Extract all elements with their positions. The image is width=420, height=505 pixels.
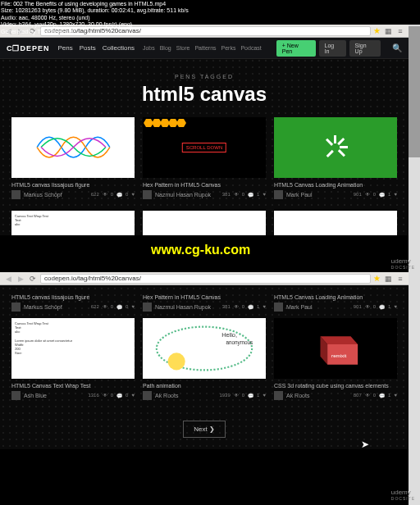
page-content: HTML5 canvas lissajous figure Markus Sch…: [0, 285, 409, 449]
pen-meta: Markus Schöpf622👁0💬0♥: [11, 190, 135, 199]
mouse-cursor: ➤: [361, 439, 369, 450]
pen-title: HTML5 canvas lissajous figure: [11, 290, 135, 303]
author-name[interactable]: Markus Schöpf: [24, 192, 88, 198]
avatar: [143, 190, 152, 199]
pen-thumbnail: Hello,anonymous: [143, 318, 266, 379]
nav-pens[interactable]: Pens: [58, 44, 73, 52]
nav-store[interactable]: Store: [176, 45, 190, 51]
login-button[interactable]: Log In: [319, 40, 346, 57]
browser-toolbar: ◀ ▶ ⟳ codepen.io/tag/html5%20canvas/ ★ ▦…: [0, 272, 409, 285]
pen-thumbnail[interactable]: [274, 211, 397, 235]
watermark: www.cg-ku.com: [151, 243, 250, 257]
bookmark-icon[interactable]: ★: [373, 274, 381, 283]
back-button[interactable]: ◀: [3, 274, 13, 284]
pen-grid: Canvas Text Wrap TestText:abcLorem ipsum…: [0, 318, 409, 412]
reload-button[interactable]: ⟳: [28, 274, 38, 284]
pagination: Next ❯: [0, 412, 409, 449]
author-name[interactable]: Nazmul Hasan Rupok: [155, 192, 219, 198]
pen-card[interactable]: Hex Pattern in HTML5 Canvas Nazmul Hasan…: [143, 290, 266, 312]
udemy-badge: udemyDOCSITE: [391, 489, 415, 501]
nav-podcast[interactable]: Podcast: [240, 45, 261, 51]
nav-collections[interactable]: Collections: [103, 44, 135, 52]
pen-meta: Nazmul Hasan Rupok381👁0💬1♥: [143, 190, 266, 199]
pen-title: Path animation: [143, 379, 266, 391]
pen-title: CSS 3d rotating cube using canvas elemen…: [274, 379, 397, 391]
pen-thumbnail: Canvas Text Wrap TestText:abcLorem ipsum…: [11, 318, 135, 379]
svg-text:remixit: remixit: [331, 353, 346, 358]
pen-card[interactable]: SCROLL DOWN Hex Pattern in HTML5 Canvas …: [143, 117, 266, 199]
file-metadata: File: 002 The Benefits of using developi…: [0, 0, 189, 36]
pen-grid: HTML5 canvas lissajous figure Markus Sch…: [0, 117, 409, 211]
pen-thumbnail[interactable]: [143, 211, 266, 235]
nav-jobs[interactable]: Jobs: [143, 45, 155, 51]
pen-card[interactable]: HTML5 Canvas Loading Animation Mark Paul…: [274, 117, 397, 199]
site-header: C❐DEPEN Pens Posts Collections Jobs Blog…: [0, 38, 409, 59]
scroll-label: SCROLL DOWN: [182, 143, 226, 152]
pen-thumbnail: [274, 117, 397, 178]
bookmark-icon[interactable]: ★: [373, 26, 381, 35]
author-name[interactable]: Mark Paul: [286, 192, 350, 198]
browser-window-bottom: ◀ ▶ ⟳ codepen.io/tag/html5%20canvas/ ★ ▦…: [0, 272, 409, 449]
hero-subtitle: PENS TAGGED: [0, 74, 409, 80]
pen-thumbnail: SCROLL DOWN: [143, 117, 266, 178]
pen-title: Hex Pattern in HTML5 Canvas: [143, 290, 266, 303]
pen-title: HTML5 canvas lissajous figure: [11, 178, 135, 190]
pen-card[interactable]: Canvas Text Wrap TestText:abcLorem ipsum…: [11, 318, 135, 400]
logo[interactable]: C❐DEPEN: [7, 44, 50, 52]
signup-button[interactable]: Sign Up: [349, 40, 381, 57]
address-bar[interactable]: codepen.io/tag/html5%20canvas/: [40, 274, 371, 284]
svg-text:Hello,: Hello,: [221, 331, 237, 339]
udemy-badge: udemyDOCSITE: [391, 257, 415, 270]
svg-point-1: [168, 353, 185, 370]
pen-title: HTML5 Canvas Text Wrap Test: [11, 379, 135, 391]
avatar: [274, 190, 283, 199]
pen-title: HTML5 Canvas Loading Animation: [274, 178, 397, 190]
secondary-nav: Jobs Blog Store Patterns Perks Podcast: [143, 45, 262, 51]
header-actions: + New Pen Log In Sign Up: [276, 40, 381, 57]
pen-title: HTML5 Canvas Loading Animation: [274, 290, 397, 303]
hero: PENS TAGGED html5 canvas: [0, 59, 409, 117]
pen-grid-partial: Canvas Text Wrap TestText:abc: [0, 211, 409, 235]
primary-nav: Pens Posts Collections: [58, 44, 135, 52]
avatar: [11, 190, 21, 199]
browser-window-top: ◀ ▶ ⟳ codepen.io/tag/html5%20canvas/ ★ ▦…: [0, 25, 409, 235]
pen-meta: Mark Paul901👁0💬1♥: [274, 190, 397, 199]
pen-title: Hex Pattern in HTML5 Canvas: [143, 178, 266, 190]
new-pen-button[interactable]: + New Pen: [276, 40, 316, 57]
scrollbar-thumb[interactable]: [409, 26, 420, 157]
search-icon[interactable]: 🔍: [392, 43, 402, 52]
pen-thumbnail[interactable]: Canvas Text Wrap TestText:abc: [11, 211, 135, 235]
menu-icon[interactable]: ≡: [395, 274, 405, 284]
pen-card[interactable]: remixit CSS 3d rotating cube using canva…: [274, 318, 397, 400]
next-button[interactable]: Next ❯: [183, 421, 226, 438]
nav-perks[interactable]: Perks: [221, 45, 236, 51]
page-title: html5 canvas: [0, 83, 409, 106]
menu-icon[interactable]: ≡: [395, 26, 405, 36]
page-content: C❐DEPEN Pens Posts Collections Jobs Blog…: [0, 38, 409, 235]
extension-icon[interactable]: ▦: [383, 274, 393, 284]
pen-card[interactable]: HTML5 canvas lissajous figure Markus Sch…: [11, 290, 135, 312]
nav-patterns[interactable]: Patterns: [194, 45, 216, 51]
pen-grid: HTML5 canvas lissajous figure Markus Sch…: [0, 290, 409, 318]
nav-posts[interactable]: Posts: [80, 44, 96, 52]
svg-text:anonymous: anonymous: [226, 339, 253, 346]
spinner-icon: [323, 135, 348, 160]
forward-button[interactable]: ▶: [16, 274, 25, 284]
pen-card[interactable]: Hello,anonymous Path animation Ak Roots1…: [143, 318, 266, 400]
pen-thumbnail: remixit: [274, 318, 397, 379]
pen-thumbnail: [11, 117, 135, 178]
pen-card[interactable]: HTML5 canvas lissajous figure Markus Sch…: [11, 117, 135, 199]
nav-blog[interactable]: Blog: [160, 45, 171, 51]
extension-icon[interactable]: ▦: [383, 26, 393, 36]
pen-card[interactable]: HTML5 Canvas Loading Animation Mark Paul…: [274, 290, 397, 312]
